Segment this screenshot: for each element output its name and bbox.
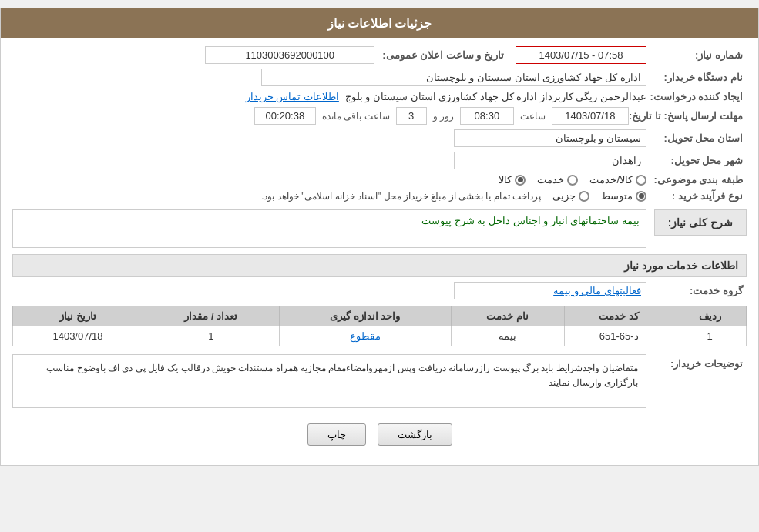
category-radio-group: کالا خدمت کالا/خدمت [12,174,646,186]
cell-date-1: 1403/07/18 [13,326,143,346]
announce-datetime-value: 1403/07/15 - 07:58 [516,46,646,64]
category-radio-kala-khedmat[interactable]: کالا/خدمت [589,174,646,186]
city-value-area: زاهدان [12,152,646,169]
buyer-notes-label: توضیحات خریدار: [646,354,747,370]
col-name: نام خدمت [451,306,564,326]
services-table-body: 1 د-65-651 بیمه مقطوع 1 1403/07/18 [13,326,747,346]
process-options-area: جزیی متوسط پرداخت تمام یا بخشی از مبلغ خ… [12,190,646,202]
need-number-input: 1103003692000100 [205,46,374,64]
buyer-notes-content: متقاضیان واجدشرایط باید برگ پیوست رازرسا… [12,354,646,408]
col-quantity: تعداد / مقدار [143,306,280,326]
col-row: ردیف [673,306,747,326]
table-row: 1 د-65-651 بیمه مقطوع 1 1403/07/18 [13,326,747,346]
services-table: ردیف کد خدمت نام خدمت واحد اندازه گیری ت… [12,306,747,346]
creator-label: ایجاد کننده درخواست: [646,91,747,102]
need-number-label: شماره نیاز: [646,49,747,61]
process-note: پرداخت تمام یا بخشی از مبلغ خریداز محل "… [261,191,541,202]
cell-code-1: د-65-651 [565,326,673,346]
response-date: 1403/07/18 [552,107,629,125]
service-group-label: گروه خدمت: [646,285,747,296]
service-group-row: گروه خدمت: فعالیتهای مالی و بیمه [12,282,747,299]
description-container: بیمه ساختمانهای انبار و اجناس داخل به شر… [12,209,646,248]
cell-row-1: 1 [673,326,747,346]
content-area: شماره نیاز: 1103003692000100 تاریخ و ساع… [1,38,758,465]
cell-name-1: بیمه [451,326,564,346]
process-radio-group: جزیی متوسط [552,190,646,202]
cell-unit-1: مقطوع [279,326,451,346]
process-radio-jozi[interactable]: جزیی [552,190,589,202]
city-value: زاهدان [454,152,646,169]
category-khedmat-label: خدمت [537,174,564,186]
service-group-value: فعالیتهای مالی و بیمه [454,282,646,299]
page-container: جزئیات اطلاعات نیاز شماره نیاز: 11030036… [0,8,759,466]
creator-value-area: عبدالرحمن ریگی کاربرداز اداره کل جهاد کش… [12,91,646,102]
response-time: 08:30 [460,107,514,125]
buyer-value: اداره کل جهاد کشاورزی استان سیستان و بلو… [261,69,646,86]
cell-quantity-1: 1 [143,326,280,346]
response-time-label: ساعت [520,111,546,122]
process-radio-motavasset[interactable]: متوسط [601,190,646,202]
col-date: تاریخ نیاز [13,306,143,326]
province-label: استان محل تحویل: [646,132,747,144]
description-content: بیمه ساختمانهای انبار و اجناس داخل به شر… [12,209,646,248]
buyer-notes-value-area: متقاضیان واجدشرایط باید برگ پیوست رازرسا… [12,354,646,408]
response-deadline-row: مهلت ارسال پاسخ: تا تاریخ: 1403/07/18 سا… [12,107,747,125]
creator-value: عبدالرحمن ریگی کاربرداز اداره کل جهاد کش… [345,91,646,102]
response-day-label: روز و [433,111,454,122]
contact-link[interactable]: اطلاعات تماس خریدار [246,91,339,102]
category-kala-khedmat-label: کالا/خدمت [589,174,633,186]
category-khedmat-radio[interactable] [567,175,578,186]
province-value: سیستان و بلوچستان [454,129,646,147]
city-label: شهر محل تحویل: [646,155,747,166]
need-number-row: شماره نیاز: 1103003692000100 تاریخ و ساع… [12,46,747,64]
process-motavasset-radio[interactable] [636,191,646,202]
buyer-label: نام دستگاه خریدار: [646,72,747,83]
creator-row: ایجاد کننده درخواست: عبدالرحمن ریگی کارب… [12,91,747,102]
city-row: شهر محل تحویل: زاهدان [12,152,747,169]
process-motavasset-label: متوسط [601,190,633,202]
response-days: 3 [396,107,427,125]
buyer-notes-row: توضیحات خریدار: متقاضیان واجدشرایط باید … [12,354,747,408]
category-radio-khedmat[interactable]: خدمت [537,174,578,186]
category-label: طبقه بندی موضوعی: [646,174,747,186]
category-kala-label: کالا [499,174,512,186]
description-section-header: شرح کلی نیاز: [654,209,747,236]
response-deadline-label: مهلت ارسال پاسخ: تا تاریخ: [629,110,747,122]
button-row: چاپ بازگشت [12,412,747,457]
services-table-header-row: ردیف کد خدمت نام خدمت واحد اندازه گیری ت… [13,306,747,326]
col-unit: واحد اندازه گیری [279,306,451,326]
col-code: کد خدمت [565,306,673,326]
response-remaining-label: ساعت باقی مانده [322,111,390,122]
buyer-value-area: اداره کل جهاد کشاورزی استان سیستان و بلو… [12,69,646,86]
description-textarea: بیمه ساختمانهای انبار و اجناس داخل به شر… [12,209,646,248]
category-options: کالا خدمت کالا/خدمت [12,174,646,186]
service-group-value-area: فعالیتهای مالی و بیمه [12,282,646,299]
need-number-value-area: 1103003692000100 تاریخ و ساعت اعلان عموم… [12,46,646,64]
print-button[interactable]: چاپ [307,423,366,446]
services-table-header: ردیف کد خدمت نام خدمت واحد اندازه گیری ت… [13,306,747,326]
response-deadline-value-area: 1403/07/18 ساعت 08:30 روز و 3 ساعت باقی … [12,107,629,125]
category-kala-radio[interactable] [515,175,526,186]
back-button[interactable]: بازگشت [378,423,452,446]
process-jozi-label: جزیی [552,190,576,202]
services-section-header: اطلاعات خدمات مورد نیاز [12,254,747,277]
process-jozi-radio[interactable] [579,191,589,202]
response-remaining: 00:20:38 [254,107,316,125]
description-row: شرح کلی نیاز: بیمه ساختمانهای انبار و اج… [12,209,747,248]
category-kala-khedmat-radio[interactable] [636,175,646,186]
category-row: طبقه بندی موضوعی: کالا خدمت کالا/خدمت [12,174,747,186]
process-label: نوع فرآیند خرید : [646,190,747,202]
announce-datetime-label: تاریخ و ساعت اعلان عمومی: [382,49,508,61]
process-row: نوع فرآیند خرید : جزیی متوسط پرداخت تمام… [12,190,747,202]
category-radio-kala[interactable]: کالا [499,174,526,186]
page-title: جزئیات اطلاعات نیاز [1,8,758,38]
province-row: استان محل تحویل: سیستان و بلوچستان [12,129,747,147]
province-value-area: سیستان و بلوچستان [12,129,646,147]
buyer-row: نام دستگاه خریدار: اداره کل جهاد کشاورزی… [12,69,747,86]
